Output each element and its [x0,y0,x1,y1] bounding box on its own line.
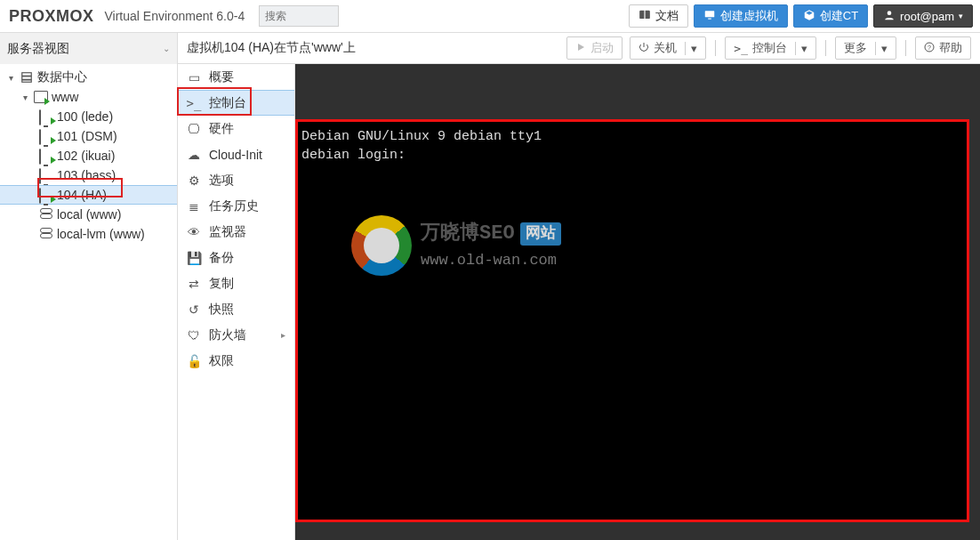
console-line: debian login: [301,146,963,165]
svg-rect-7 [22,80,32,82]
help-label: 帮助 [939,40,962,56]
submenu-label: 任务历史 [209,198,259,214]
more-button[interactable]: 更多 ▾ [835,36,896,60]
tree-storage-local[interactable]: local (www) [0,205,177,224]
book-icon: ▭ [187,70,201,85]
logo: PROXMOX [7,7,94,26]
create-vm-button[interactable]: 创建虚拟机 [694,4,788,28]
tree-label: www [52,90,78,104]
submenu-taskhistory[interactable]: ≣ 任务历史 [178,193,294,219]
watermark-url: www.old-wan.com [421,250,561,271]
help-button[interactable]: ? 帮助 [915,36,971,60]
save-icon: 💾 [187,251,201,265]
svg-rect-1 [708,18,711,19]
resource-tree: ▾ 数据中心 ▾ www 100 (lede) 101 (DSM) 102 (i… [0,64,178,540]
svg-text:?: ? [928,44,931,50]
tree-label: 100 (lede) [57,109,113,124]
tree-label: 103 (hass) [57,168,116,182]
power-icon [639,42,649,55]
console-line: Debian GNU/Linux 9 debian tty1 [301,127,963,146]
server-icon [34,91,48,103]
brand-version: Virtual Environment 6.0-4 [105,9,245,23]
submenu-label: 控制台 [209,95,246,111]
monitor-icon: 🖵 [187,122,201,136]
tree-storage-local-lvm[interactable]: local-lvm (www) [0,224,177,244]
shield-icon: 🛡 [187,328,201,343]
play-icon [575,42,586,55]
svg-rect-6 [22,77,32,80]
watermark: 万晓博SEO 网站 www.old-wan.com [351,215,561,276]
collapse-icon: ▾ [5,73,16,83]
tree-vm-104[interactable]: 104 (HA) [0,185,177,205]
svg-rect-0 [705,11,715,17]
tree-label: local-lvm (www) [57,227,145,241]
submenu-backup[interactable]: 💾 备份 [178,245,294,270]
submenu-snapshot[interactable]: ↺ 快照 [178,296,294,322]
tree-label: 101 (DSM) [57,129,117,143]
book-icon [639,9,651,24]
docs-button[interactable]: 文档 [629,4,688,28]
watermark-badge: 网站 [520,222,561,246]
console-label: 控制台 [752,40,787,56]
vm-icon [39,169,53,181]
submenu-label: Cloud-Init [209,148,262,162]
submenu-label: 权限 [209,353,234,369]
more-label: 更多 [844,40,867,56]
tree-node-www[interactable]: ▾ www [0,87,177,107]
submenu-label: 防火墙 [209,327,246,343]
submenu-firewall[interactable]: 🛡 防火墙 ▸ [178,322,294,348]
eye-icon: 👁 [187,225,201,239]
submenu-hardware[interactable]: 🖵 硬件 [178,116,294,141]
tree-datacenter[interactable]: ▾ 数据中心 [0,68,177,87]
console-viewport[interactable]: Debian GNU/Linux 9 debian tty1 debian lo… [295,119,969,522]
search-input[interactable] [259,5,339,27]
vm-icon [39,130,53,142]
submenu-console[interactable]: >_ 控制台 [178,90,294,116]
terminal-icon: >_ [187,96,201,110]
storage-icon [39,228,53,240]
tree-label: local (www) [57,207,121,222]
cloud-icon: ☁ [187,148,201,162]
list-icon: ≣ [187,199,201,214]
brand-name: PROXMOX [9,7,94,26]
chevron-down-icon: ▾ [795,42,807,55]
content-area: ▶ Debian GNU/Linux 9 debian tty1 debian … [295,64,980,540]
tree-vm-103[interactable]: 103 (hass) [0,165,177,185]
tree-vm-102[interactable]: 102 (ikuai) [0,146,177,165]
create-ct-label: 创建CT [820,8,858,24]
start-button[interactable]: 启动 [566,36,623,60]
console-button[interactable]: >_ 控制台 ▾ [725,36,816,60]
submenu-cloudinit[interactable]: ☁ Cloud-Init [178,141,294,167]
tree-label: 数据中心 [37,69,87,85]
monitor-icon [703,9,716,24]
submenu-label: 概要 [209,69,234,85]
submenu-options[interactable]: ⚙ 选项 [178,167,294,193]
tree-label: 104 (HA) [57,188,107,202]
view-selector[interactable]: 服务器视图 ⌄ [0,33,178,64]
storage-icon [39,208,53,221]
submenu-label: 监视器 [209,224,246,240]
chevron-down-icon: ⌄ [163,44,170,53]
chevron-down-icon: ▾ [875,42,888,55]
create-ct-button[interactable]: 创建CT [793,4,868,28]
gear-icon: ⚙ [187,173,201,188]
breadcrumb: 虚拟机104 (HA)在节点'www'上 [187,40,559,56]
tree-vm-101[interactable]: 101 (DSM) [0,126,177,146]
submenu-monitor[interactable]: 👁 监视器 [178,219,294,245]
tree-vm-100[interactable]: 100 (lede) [0,107,177,126]
cube-icon [803,9,815,24]
user-menu-button[interactable]: root@pam ▾ [873,4,973,28]
submenu-replication[interactable]: ⇄ 复制 [178,270,294,296]
create-vm-label: 创建虚拟机 [720,8,778,24]
submenu-summary[interactable]: ▭ 概要 [178,64,294,90]
submenu-label: 硬件 [209,121,234,137]
user-label: root@pam [900,10,954,23]
datacenter-icon [20,71,34,84]
shutdown-button[interactable]: 关机 ▾ [630,36,706,60]
tree-label: 102 (ikuai) [57,149,115,163]
start-label: 启动 [590,40,614,56]
submenu-permissions[interactable]: 🔓 权限 [178,348,294,374]
shutdown-label: 关机 [654,40,677,56]
view-selector-label: 服务器视图 [7,41,69,57]
lock-icon: 🔓 [187,354,201,368]
